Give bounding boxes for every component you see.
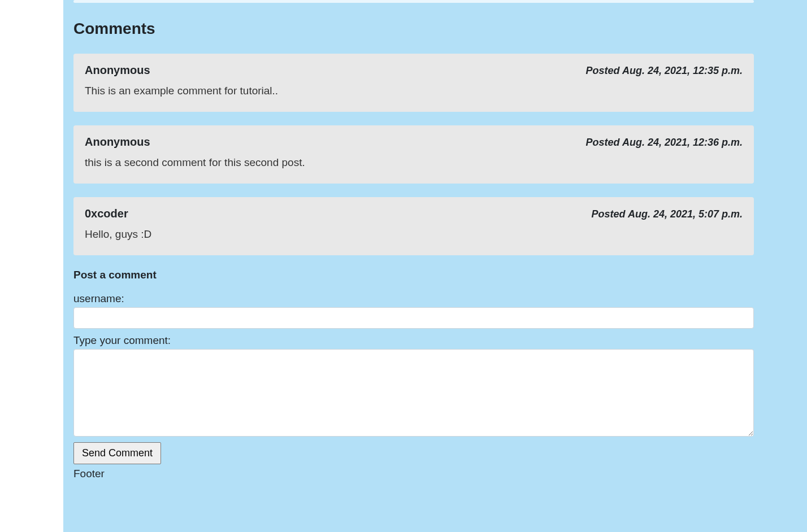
comment-label: Type your comment: [73, 334, 754, 347]
left-gutter [0, 0, 66, 532]
comment-body: Hello, guys :D [85, 228, 743, 241]
username-input[interactable] [73, 307, 754, 329]
comment-body: This is an example comment for tutorial.… [85, 85, 743, 97]
post-comment-heading: Post a comment [73, 269, 754, 281]
comment-date: Posted Aug. 24, 2021, 12:36 p.m. [586, 137, 743, 149]
footer-text: Footer [73, 468, 754, 480]
comment-author: 0xcoder [85, 207, 128, 220]
comment-date: Posted Aug. 24, 2021, 5:07 p.m. [592, 208, 743, 220]
comment-author: Anonymous [85, 136, 150, 149]
comment-header: Anonymous Posted Aug. 24, 2021, 12:36 p.… [85, 136, 743, 149]
send-comment-button[interactable]: Send Comment [73, 442, 161, 464]
comment-header: 0xcoder Posted Aug. 24, 2021, 5:07 p.m. [85, 207, 743, 220]
top-card-sliver [73, 0, 754, 3]
comment-card: Anonymous Posted Aug. 24, 2021, 12:36 p.… [73, 125, 754, 184]
comment-card: 0xcoder Posted Aug. 24, 2021, 5:07 p.m. … [73, 197, 754, 255]
comment-author: Anonymous [85, 64, 150, 77]
comments-heading: Comments [73, 20, 754, 38]
comment-date: Posted Aug. 24, 2021, 12:35 p.m. [586, 65, 743, 77]
comment-body: this is a second comment for this second… [85, 156, 743, 169]
page-wrap: Comments Anonymous Posted Aug. 24, 2021,… [0, 0, 807, 532]
right-gutter [762, 0, 807, 532]
comment-header: Anonymous Posted Aug. 24, 2021, 12:35 p.… [85, 64, 743, 77]
main-content: Comments Anonymous Posted Aug. 24, 2021,… [66, 0, 762, 532]
comment-textarea[interactable] [73, 349, 754, 437]
username-label: username: [73, 293, 754, 305]
comment-card: Anonymous Posted Aug. 24, 2021, 12:35 p.… [73, 54, 754, 112]
